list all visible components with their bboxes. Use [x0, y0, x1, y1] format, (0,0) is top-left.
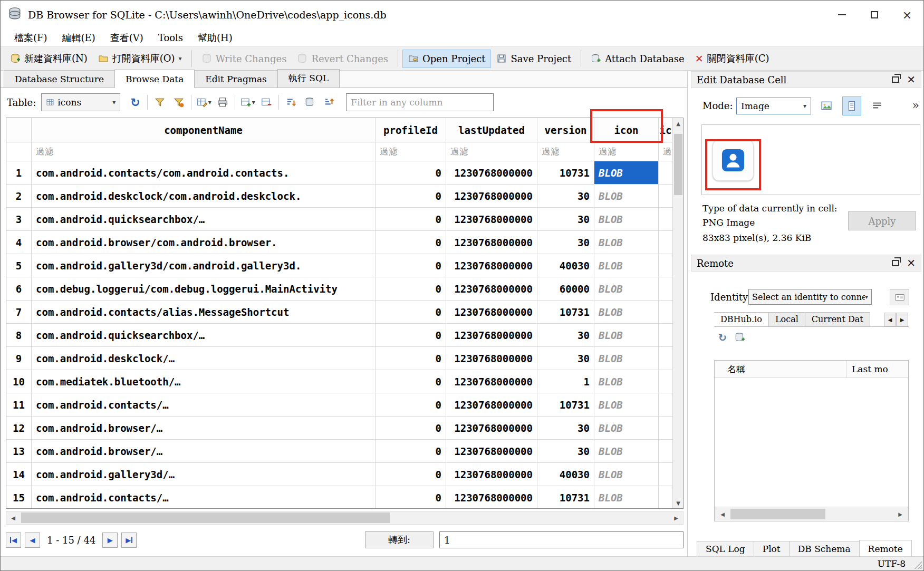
- column-header-icon[interactable]: icon: [594, 118, 659, 142]
- cell-version[interactable]: 30: [537, 185, 594, 208]
- chevron-down-icon[interactable]: ▾: [179, 55, 182, 62]
- cell-partial[interactable]: [659, 301, 672, 324]
- row-number[interactable]: 3: [6, 208, 32, 231]
- column-header-partial[interactable]: ic: [659, 118, 672, 142]
- cell-icon-blob[interactable]: BLOB: [594, 463, 659, 486]
- dock-tab-sql-log[interactable]: SQL Log: [697, 541, 754, 557]
- row-number[interactable]: 4: [6, 231, 32, 254]
- dock-tab-plot[interactable]: Plot: [754, 541, 790, 557]
- cell-partial[interactable]: [659, 277, 672, 301]
- filter-componentname[interactable]: 過濾: [32, 142, 376, 161]
- cell-lastupdated[interactable]: 1230768000000: [446, 161, 537, 185]
- sort-desc-button[interactable]: [320, 93, 339, 112]
- scroll-right-button[interactable]: ▶: [893, 508, 907, 520]
- vertical-scroll-thumb[interactable]: [674, 134, 682, 195]
- filter-all-input[interactable]: [346, 93, 494, 111]
- cell-partial[interactable]: [659, 161, 672, 185]
- cell-componentname[interactable]: com.android.contacts/alias.MessageShortc…: [32, 301, 376, 324]
- clear-filters-button[interactable]: [169, 93, 188, 112]
- cell-profileid[interactable]: 0: [376, 463, 446, 486]
- filter-profileid[interactable]: 過濾: [376, 142, 446, 161]
- grid-vertical-scrollbar[interactable]: ▲ ▼: [672, 118, 683, 508]
- cell-profileid[interactable]: 0: [376, 347, 446, 370]
- cell-icon-blob[interactable]: BLOB: [594, 324, 659, 347]
- cell-componentname[interactable]: com.android.browser/com.android.browser.: [32, 231, 376, 254]
- column-header-profileid[interactable]: profileId: [376, 118, 446, 142]
- tab-browse-data[interactable]: Browse Data: [114, 70, 195, 88]
- cell-profileid[interactable]: 0: [376, 254, 446, 277]
- cell-version[interactable]: 40030: [537, 463, 594, 486]
- cell-partial[interactable]: [659, 486, 672, 508]
- cell-version[interactable]: 10731: [537, 393, 594, 417]
- cell-partial[interactable]: [659, 463, 672, 486]
- cell-icon-blob[interactable]: BLOB: [594, 486, 659, 508]
- cell-componentname[interactable]: com.android.gallery3d/com.android.galler…: [32, 254, 376, 277]
- grid-horizontal-scrollbar[interactable]: ◀ ▶: [6, 511, 684, 525]
- cell-version[interactable]: 10731: [537, 301, 594, 324]
- cell-lastupdated[interactable]: 1230768000000: [446, 463, 537, 486]
- cell-icon-blob[interactable]: BLOB: [594, 277, 659, 301]
- cell-partial[interactable]: [659, 254, 672, 277]
- row-number[interactable]: 14: [6, 463, 32, 486]
- cell-lastupdated[interactable]: 1230768000000: [446, 185, 537, 208]
- first-page-button[interactable]: ◀: [6, 533, 21, 548]
- cell-version[interactable]: 30: [537, 440, 594, 463]
- cell-profileid[interactable]: 0: [376, 417, 446, 440]
- goto-input[interactable]: [439, 531, 684, 548]
- row-number[interactable]: 9: [6, 347, 32, 370]
- row-number[interactable]: 6: [6, 277, 32, 301]
- mode-select[interactable]: Image ▾: [736, 98, 811, 114]
- cell-profileid[interactable]: 0: [376, 161, 446, 185]
- cell-lastupdated[interactable]: 1230768000000: [446, 370, 537, 393]
- write-changes-button[interactable]: Write Changes: [196, 50, 292, 67]
- remote-tab-local[interactable]: Local: [768, 312, 805, 326]
- cell-componentname[interactable]: com.mediatek.bluetooth/…: [32, 370, 376, 393]
- cell-icon-blob[interactable]: BLOB: [594, 161, 659, 185]
- scroll-right-button[interactable]: ▶: [669, 511, 683, 524]
- menu-item-view[interactable]: 查看(V): [103, 32, 151, 44]
- cell-version[interactable]: 10731: [537, 486, 594, 508]
- cell-version[interactable]: 30: [537, 208, 594, 231]
- tab-edit-pragmas[interactable]: Edit Pragmas: [194, 71, 278, 88]
- delete-record-button[interactable]: [257, 93, 276, 112]
- cell-version[interactable]: 60000: [537, 277, 594, 301]
- row-number[interactable]: 13: [6, 440, 32, 463]
- last-page-button[interactable]: ▶: [121, 533, 137, 548]
- cell-partial[interactable]: [659, 370, 672, 393]
- row-number[interactable]: 12: [6, 417, 32, 440]
- cell-lastupdated[interactable]: 1230768000000: [446, 417, 537, 440]
- print-button[interactable]: [213, 93, 232, 112]
- new-record-button[interactable]: ▾: [238, 93, 257, 112]
- remote-horizontal-scrollbar[interactable]: ◀ ▶: [715, 507, 908, 521]
- cell-partial[interactable]: [659, 440, 672, 463]
- open-project-button[interactable]: Open Project: [402, 50, 491, 68]
- save-project-button[interactable]: Save Project: [491, 50, 576, 67]
- cell-icon-blob[interactable]: BLOB: [594, 440, 659, 463]
- goto-button[interactable]: 轉到:: [365, 531, 434, 548]
- row-number[interactable]: 10: [6, 370, 32, 393]
- cell-version[interactable]: 30: [537, 231, 594, 254]
- dock-tab-db-schema[interactable]: DB Schema: [789, 541, 860, 557]
- cell-partial[interactable]: [659, 185, 672, 208]
- next-page-button[interactable]: ▶: [102, 533, 118, 548]
- menu-item-edit[interactable]: 編輯(E): [55, 32, 103, 44]
- cell-lastupdated[interactable]: 1230768000000: [446, 231, 537, 254]
- cell-componentname[interactable]: com.android.deskclock/…: [32, 347, 376, 370]
- tab-database-structure[interactable]: Database Structure: [4, 71, 115, 88]
- cell-lastupdated[interactable]: 1230768000000: [446, 486, 537, 508]
- text-mode-button[interactable]: [842, 96, 861, 115]
- cell-version[interactable]: 1: [537, 370, 594, 393]
- horizontal-scroll-thumb[interactable]: [730, 509, 825, 519]
- resize-grip[interactable]: [913, 560, 922, 569]
- column-header-lastupdated[interactable]: lastUpdated: [446, 118, 537, 142]
- cell-lastupdated[interactable]: 1230768000000: [446, 208, 537, 231]
- cell-version[interactable]: 40030: [537, 254, 594, 277]
- cell-icon-blob[interactable]: BLOB: [594, 370, 659, 393]
- row-number[interactable]: 15: [6, 486, 32, 508]
- cell-lastupdated[interactable]: 1230768000000: [446, 277, 537, 301]
- cell-partial[interactable]: [659, 324, 672, 347]
- row-number[interactable]: 5: [6, 254, 32, 277]
- close-panel-icon[interactable]: ✕: [907, 74, 916, 85]
- save-results-button[interactable]: [301, 93, 320, 112]
- cell-profileid[interactable]: 0: [376, 486, 446, 508]
